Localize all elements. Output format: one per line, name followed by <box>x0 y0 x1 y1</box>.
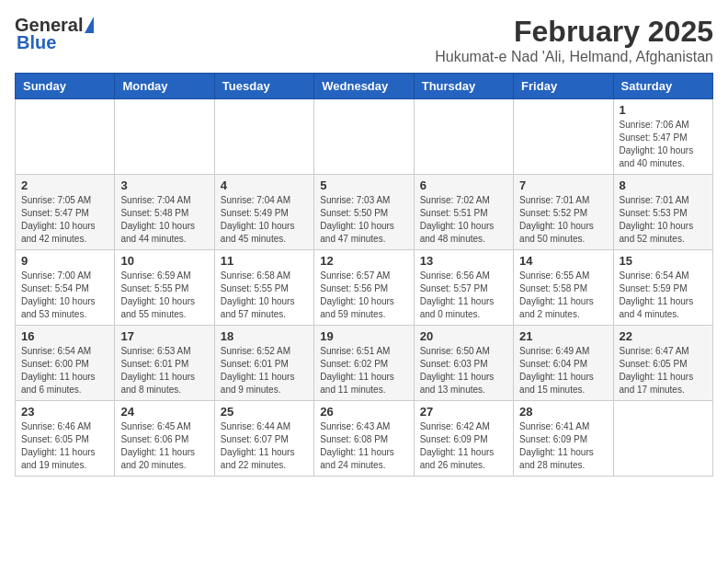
calendar-table: SundayMondayTuesdayWednesdayThursdayFrid… <box>15 73 713 477</box>
calendar-cell: 10Sunrise: 6:59 AM Sunset: 5:55 PM Dayli… <box>115 250 214 326</box>
day-number: 5 <box>320 178 407 192</box>
day-info: Sunrise: 7:00 AM Sunset: 5:54 PM Dayligh… <box>21 270 108 321</box>
day-number: 2 <box>21 178 108 192</box>
day-number: 22 <box>620 329 707 343</box>
day-info: Sunrise: 6:50 AM Sunset: 6:03 PM Dayligh… <box>420 345 507 396</box>
day-number: 28 <box>519 405 607 419</box>
day-info: Sunrise: 7:05 AM Sunset: 5:47 PM Dayligh… <box>21 194 108 246</box>
calendar-cell: 2Sunrise: 7:05 AM Sunset: 5:47 PM Daylig… <box>16 175 115 250</box>
calendar-cell: 27Sunrise: 6:42 AM Sunset: 6:09 PM Dayli… <box>414 401 513 477</box>
day-number: 20 <box>420 329 507 343</box>
day-number: 14 <box>519 254 607 268</box>
week-row-3: 9Sunrise: 7:00 AM Sunset: 5:54 PM Daylig… <box>16 250 713 326</box>
week-row-2: 2Sunrise: 7:05 AM Sunset: 5:47 PM Daylig… <box>16 175 713 250</box>
calendar-cell: 9Sunrise: 7:00 AM Sunset: 5:54 PM Daylig… <box>16 250 115 326</box>
day-info: Sunrise: 6:46 AM Sunset: 6:05 PM Dayligh… <box>21 420 108 472</box>
calendar-cell: 7Sunrise: 7:01 AM Sunset: 5:52 PM Daylig… <box>514 175 613 250</box>
day-number: 13 <box>420 254 507 268</box>
weekday-header-row: SundayMondayTuesdayWednesdayThursdayFrid… <box>16 74 713 99</box>
day-info: Sunrise: 7:03 AM Sunset: 5:50 PM Dayligh… <box>320 194 407 246</box>
day-info: Sunrise: 7:04 AM Sunset: 5:49 PM Dayligh… <box>221 194 308 246</box>
weekday-header-saturday: Saturday <box>613 74 712 99</box>
calendar-cell: 11Sunrise: 6:58 AM Sunset: 5:55 PM Dayli… <box>214 250 313 326</box>
day-info: Sunrise: 6:55 AM Sunset: 5:58 PM Dayligh… <box>519 270 607 321</box>
day-info: Sunrise: 6:47 AM Sunset: 6:05 PM Dayligh… <box>620 345 707 396</box>
page-header: General Blue February 2025 Hukumat-e Nad… <box>15 15 713 65</box>
day-number: 26 <box>320 405 407 419</box>
logo: General Blue <box>15 15 94 53</box>
calendar-cell: 13Sunrise: 6:56 AM Sunset: 5:57 PM Dayli… <box>414 250 513 326</box>
day-number: 11 <box>221 254 308 268</box>
day-number: 15 <box>620 254 707 268</box>
day-info: Sunrise: 6:44 AM Sunset: 6:07 PM Dayligh… <box>221 420 308 472</box>
day-number: 21 <box>519 329 607 343</box>
weekday-header-thursday: Thursday <box>414 74 513 99</box>
day-info: Sunrise: 7:02 AM Sunset: 5:51 PM Dayligh… <box>420 194 507 246</box>
calendar-cell: 1Sunrise: 7:06 AM Sunset: 5:47 PM Daylig… <box>613 99 712 175</box>
calendar-cell: 23Sunrise: 6:46 AM Sunset: 6:05 PM Dayli… <box>16 401 115 477</box>
day-info: Sunrise: 6:42 AM Sunset: 6:09 PM Dayligh… <box>420 420 507 472</box>
calendar-cell: 19Sunrise: 6:51 AM Sunset: 6:02 PM Dayli… <box>314 326 414 401</box>
day-number: 24 <box>120 405 208 419</box>
calendar-cell <box>414 99 513 175</box>
location-title: Hukumat-e Nad 'Ali, Helmand, Afghanistan <box>435 49 713 65</box>
day-number: 27 <box>420 405 507 419</box>
day-info: Sunrise: 7:04 AM Sunset: 5:48 PM Dayligh… <box>120 194 208 246</box>
day-info: Sunrise: 7:01 AM Sunset: 5:52 PM Dayligh… <box>519 194 607 246</box>
logo-blue-text: Blue <box>17 32 56 53</box>
day-number: 10 <box>120 254 208 268</box>
day-number: 1 <box>620 103 707 117</box>
day-info: Sunrise: 6:45 AM Sunset: 6:06 PM Dayligh… <box>120 420 208 472</box>
calendar-cell: 22Sunrise: 6:47 AM Sunset: 6:05 PM Dayli… <box>613 326 712 401</box>
day-info: Sunrise: 6:51 AM Sunset: 6:02 PM Dayligh… <box>320 345 407 396</box>
day-number: 17 <box>120 329 208 343</box>
day-info: Sunrise: 7:01 AM Sunset: 5:53 PM Dayligh… <box>620 194 707 246</box>
day-info: Sunrise: 6:58 AM Sunset: 5:55 PM Dayligh… <box>221 270 308 321</box>
day-number: 25 <box>221 405 308 419</box>
calendar-cell: 4Sunrise: 7:04 AM Sunset: 5:49 PM Daylig… <box>214 175 313 250</box>
week-row-5: 23Sunrise: 6:46 AM Sunset: 6:05 PM Dayli… <box>16 401 713 477</box>
calendar-cell: 5Sunrise: 7:03 AM Sunset: 5:50 PM Daylig… <box>314 175 414 250</box>
calendar-cell: 3Sunrise: 7:04 AM Sunset: 5:48 PM Daylig… <box>115 175 214 250</box>
day-info: Sunrise: 6:59 AM Sunset: 5:55 PM Dayligh… <box>120 270 208 321</box>
calendar-cell: 24Sunrise: 6:45 AM Sunset: 6:06 PM Dayli… <box>115 401 214 477</box>
day-number: 8 <box>620 178 707 192</box>
day-info: Sunrise: 6:49 AM Sunset: 6:04 PM Dayligh… <box>519 345 607 396</box>
day-number: 16 <box>21 329 108 343</box>
weekday-header-friday: Friday <box>514 74 613 99</box>
weekday-header-tuesday: Tuesday <box>214 74 313 99</box>
day-number: 18 <box>221 329 308 343</box>
week-row-4: 16Sunrise: 6:54 AM Sunset: 6:00 PM Dayli… <box>16 326 713 401</box>
calendar-cell: 6Sunrise: 7:02 AM Sunset: 5:51 PM Daylig… <box>414 175 513 250</box>
calendar-cell: 28Sunrise: 6:41 AM Sunset: 6:09 PM Dayli… <box>514 401 613 477</box>
calendar-cell <box>514 99 613 175</box>
day-number: 9 <box>21 254 108 268</box>
calendar-cell: 25Sunrise: 6:44 AM Sunset: 6:07 PM Dayli… <box>214 401 313 477</box>
weekday-header-wednesday: Wednesday <box>314 74 414 99</box>
calendar-cell: 15Sunrise: 6:54 AM Sunset: 5:59 PM Dayli… <box>613 250 712 326</box>
day-info: Sunrise: 6:54 AM Sunset: 5:59 PM Dayligh… <box>620 270 707 321</box>
calendar-cell: 8Sunrise: 7:01 AM Sunset: 5:53 PM Daylig… <box>613 175 712 250</box>
calendar-cell: 17Sunrise: 6:53 AM Sunset: 6:01 PM Dayli… <box>115 326 214 401</box>
day-number: 12 <box>320 254 407 268</box>
weekday-header-monday: Monday <box>115 74 214 99</box>
day-number: 6 <box>420 178 507 192</box>
day-number: 19 <box>320 329 407 343</box>
day-info: Sunrise: 6:52 AM Sunset: 6:01 PM Dayligh… <box>221 345 308 396</box>
title-block: February 2025 Hukumat-e Nad 'Ali, Helman… <box>435 15 713 65</box>
day-number: 7 <box>519 178 607 192</box>
calendar-cell: 21Sunrise: 6:49 AM Sunset: 6:04 PM Dayli… <box>514 326 613 401</box>
calendar-cell: 18Sunrise: 6:52 AM Sunset: 6:01 PM Dayli… <box>214 326 313 401</box>
calendar-cell <box>115 99 214 175</box>
day-info: Sunrise: 7:06 AM Sunset: 5:47 PM Dayligh… <box>620 119 707 170</box>
day-info: Sunrise: 6:53 AM Sunset: 6:01 PM Dayligh… <box>120 345 208 396</box>
calendar-cell: 16Sunrise: 6:54 AM Sunset: 6:00 PM Dayli… <box>16 326 115 401</box>
calendar-cell <box>16 99 115 175</box>
calendar-cell <box>613 401 712 477</box>
day-number: 4 <box>221 178 308 192</box>
day-info: Sunrise: 6:54 AM Sunset: 6:00 PM Dayligh… <box>21 345 108 396</box>
calendar-cell <box>314 99 414 175</box>
week-row-1: 1Sunrise: 7:06 AM Sunset: 5:47 PM Daylig… <box>16 99 713 175</box>
weekday-header-sunday: Sunday <box>16 74 115 99</box>
calendar-cell <box>214 99 313 175</box>
